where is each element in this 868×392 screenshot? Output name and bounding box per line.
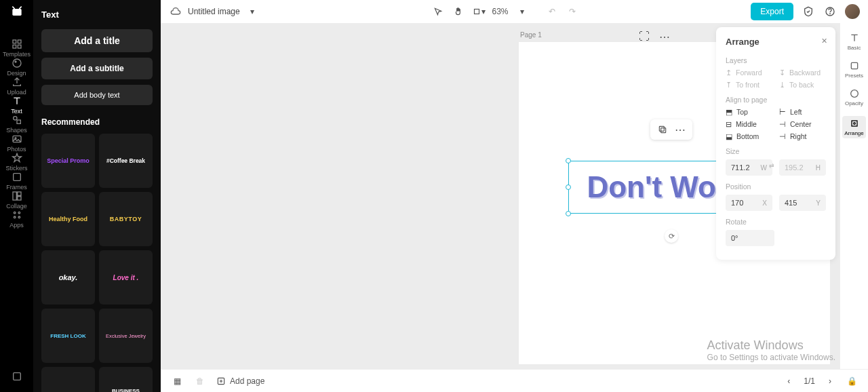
- text-preset-thumb[interactable]: okay.: [41, 250, 95, 305]
- rotate-input[interactable]: 0°: [726, 230, 774, 246]
- shield-icon[interactable]: [802, 5, 815, 18]
- svg-rect-13: [17, 192, 20, 195]
- prop-presets[interactable]: Presets: [845, 60, 863, 79]
- prev-page-icon[interactable]: ‹: [782, 374, 795, 388]
- close-icon[interactable]: ✕: [821, 37, 827, 45]
- align-right-button[interactable]: ⊣ Right: [779, 132, 826, 140]
- add-subtitle-button[interactable]: Add a subtitle: [41, 58, 153, 79]
- page-more-icon[interactable]: ⋯: [658, 30, 671, 43]
- resize-handle-bl[interactable]: [566, 211, 571, 216]
- page-controls: ⛶ ⋯: [637, 30, 671, 43]
- page-expand-icon[interactable]: ⛶: [637, 30, 651, 43]
- select-tool-icon[interactable]: [431, 5, 445, 18]
- nav-shapes[interactable]: Shapes: [3, 115, 31, 134]
- text-preset-thumb[interactable]: Healthy Food: [41, 192, 95, 246]
- text-preset-thumb[interactable]: Love it .: [99, 250, 153, 305]
- app-logo[interactable]: [10, 5, 24, 22]
- width-input[interactable]: 711.2W⇄: [726, 159, 772, 176]
- pages-icon[interactable]: ▦: [170, 374, 184, 388]
- add-title-button[interactable]: Add a title: [41, 29, 153, 52]
- avatar[interactable]: [845, 4, 860, 19]
- to-back-button[interactable]: ⤓ To back: [779, 81, 826, 89]
- svg-rect-4: [18, 45, 21, 48]
- backward-button[interactable]: ↧ Backward: [779, 68, 826, 77]
- delete-page-icon[interactable]: 🗑: [193, 374, 207, 388]
- topbar: Untitled image ▾ ▾ 63% ▾ ↶ ↷ Export: [161, 0, 868, 23]
- duplicate-icon[interactable]: [656, 123, 669, 136]
- text-preset-thumb[interactable]: #Coffee Break: [99, 134, 153, 188]
- text-preset-thumb[interactable]: BUSINESS AGENCY: [99, 367, 153, 392]
- nav-templates[interactable]: Templates: [3, 39, 31, 58]
- canvas-wrap: Page 1 ⛶ ⋯ ⋯ Don't Worry: [161, 23, 868, 369]
- svg-point-18: [18, 216, 20, 218]
- crop-tool-icon[interactable]: ▾: [472, 5, 486, 18]
- next-page-icon[interactable]: ›: [823, 374, 837, 388]
- hand-tool-icon[interactable]: [452, 5, 465, 18]
- svg-point-17: [14, 216, 16, 218]
- nav-design[interactable]: Design: [3, 58, 31, 77]
- more-icon[interactable]: ⋯: [673, 123, 687, 136]
- prop-opacity[interactable]: Opacity: [845, 88, 863, 106]
- zoom-level[interactable]: 63%: [492, 7, 509, 16]
- nav-text[interactable]: Text: [3, 96, 31, 115]
- nav-bottom-icon[interactable]: [12, 371, 22, 382]
- nav-upload[interactable]: Upload: [3, 77, 31, 96]
- prop-basic[interactable]: Basic: [848, 33, 861, 51]
- help-icon[interactable]: [823, 5, 837, 18]
- lock-icon[interactable]: 🔒: [845, 374, 859, 388]
- align-left-button[interactable]: ⊢ Left: [779, 108, 826, 116]
- y-input[interactable]: 415Y: [779, 195, 826, 211]
- align-bottom-button[interactable]: ⬓ Bottom: [726, 132, 772, 140]
- export-button[interactable]: Export: [751, 3, 793, 20]
- resize-handle-tl[interactable]: [566, 158, 571, 163]
- height-input[interactable]: 195.2H: [779, 159, 826, 176]
- page-label: Page 1: [520, 31, 542, 39]
- filename[interactable]: Untitled image: [188, 7, 240, 16]
- prop-arrange[interactable]: Arrange: [842, 116, 865, 138]
- file-section: Untitled image ▾: [169, 5, 259, 18]
- arrange-title: Arrange: [726, 37, 826, 47]
- library-title: Text: [41, 9, 153, 20]
- text-preset-thumb[interactable]: FRESH LOOK: [41, 309, 95, 363]
- cloud-icon[interactable]: [169, 5, 182, 18]
- x-input[interactable]: 170X: [726, 195, 772, 211]
- svg-rect-12: [13, 192, 16, 200]
- nav-apps[interactable]: Apps: [3, 210, 31, 229]
- center-tools: ▾ 63% ▾ ↶ ↷: [431, 5, 579, 18]
- nav-frames[interactable]: Frames: [3, 172, 31, 191]
- add-body-text-button[interactable]: Add body text: [41, 85, 153, 105]
- align-center-button[interactable]: ⊣ Center: [779, 120, 826, 128]
- nav-stickers[interactable]: Stickers: [3, 153, 31, 172]
- text-preset-thumb[interactable]: BABYTOY: [99, 192, 153, 246]
- svg-rect-19: [13, 373, 20, 380]
- text-preset-thumb[interactable]: WHAT IF..: [41, 367, 95, 392]
- add-page-button[interactable]: Add page: [216, 376, 264, 386]
- position-label: Position: [726, 182, 826, 191]
- resize-handle-ml[interactable]: [566, 184, 571, 190]
- text-thumbnails: Special Promo#Coffee BreakHealthy FoodBA…: [41, 134, 153, 392]
- layers-label: Layers: [726, 56, 826, 64]
- to-front-button[interactable]: ⤒ To front: [726, 81, 772, 89]
- undo-icon[interactable]: ↶: [545, 5, 559, 18]
- text-preset-thumb[interactable]: Exclusive Jewelry: [99, 309, 153, 363]
- svg-rect-2: [18, 40, 21, 43]
- align-top-button[interactable]: ⬒ Top: [726, 108, 772, 116]
- text-preset-thumb[interactable]: Special Promo: [41, 134, 95, 188]
- text-actions: Add a title Add a subtitle Add body text: [41, 29, 153, 105]
- zoom-dropdown-icon[interactable]: ▾: [515, 5, 529, 18]
- size-label: Size: [726, 147, 826, 155]
- nav-photos[interactable]: Photos: [3, 134, 31, 153]
- svg-rect-20: [474, 9, 479, 14]
- svg-rect-11: [13, 174, 20, 181]
- forward-button[interactable]: ↥ Forward: [726, 68, 772, 77]
- svg-point-6: [15, 61, 16, 62]
- rotate-handle[interactable]: ⟳: [665, 229, 678, 243]
- filename-dropdown-icon[interactable]: ▾: [245, 5, 259, 18]
- svg-rect-24: [659, 126, 664, 131]
- svg-rect-0: [12, 9, 21, 16]
- right-tools: Export: [751, 3, 860, 20]
- nav-collage[interactable]: Collage: [3, 191, 31, 210]
- redo-icon[interactable]: ↷: [566, 5, 579, 18]
- svg-rect-27: [852, 121, 857, 126]
- align-middle-button[interactable]: ⊟ Middle: [726, 120, 772, 128]
